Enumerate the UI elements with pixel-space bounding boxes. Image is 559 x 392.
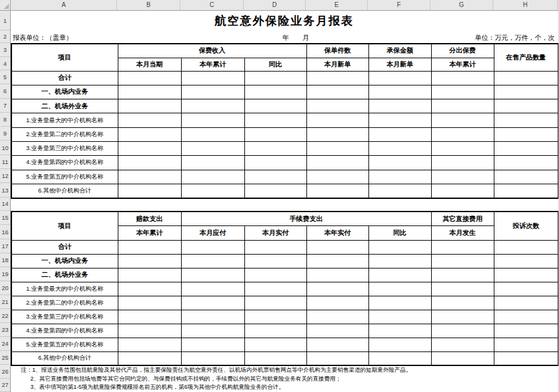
- row-header-7[interactable]: 7: [0, 99, 10, 113]
- cell[interactable]: [181, 85, 244, 99]
- cell[interactable]: [244, 113, 306, 127]
- cell[interactable]: [431, 85, 494, 99]
- cell[interactable]: [368, 310, 431, 324]
- cell[interactable]: [431, 99, 494, 113]
- row-header-11[interactable]: 11: [0, 155, 10, 169]
- cell[interactable]: [181, 170, 244, 184]
- cell[interactable]: [368, 240, 431, 254]
- t2-row-agency1-label[interactable]: 1.业务量最大的中介机构名称: [11, 282, 118, 296]
- cell[interactable]: [368, 71, 431, 85]
- cell[interactable]: [306, 170, 368, 184]
- cell[interactable]: [118, 240, 181, 254]
- t1-row-agency4-label[interactable]: 4.业务量第四的中介机构名称: [11, 156, 118, 170]
- cell[interactable]: [181, 310, 244, 324]
- row-header-24[interactable]: 24: [0, 337, 10, 351]
- t2-header-other-direct[interactable]: 其它直接费用: [431, 212, 494, 226]
- cell[interactable]: [431, 127, 494, 141]
- cell[interactable]: [431, 310, 494, 324]
- t2-subheader-comm-paid-year[interactable]: 本年实付: [306, 226, 368, 241]
- cell[interactable]: [431, 282, 494, 296]
- cell[interactable]: [306, 351, 368, 365]
- t1-header-item[interactable]: 项目: [11, 44, 118, 71]
- t2-row-agency5-label[interactable]: 5.业务量第五的中介机构名称: [11, 338, 118, 351]
- cell[interactable]: [244, 268, 306, 282]
- report-unit-label[interactable]: 报表单位：（盖章）: [13, 30, 73, 43]
- row-header-15[interactable]: 15: [0, 211, 10, 225]
- cell[interactable]: [118, 170, 181, 184]
- cell[interactable]: [306, 85, 368, 99]
- cell[interactable]: [306, 296, 368, 310]
- cell[interactable]: [118, 254, 181, 268]
- cell[interactable]: [494, 351, 558, 365]
- cell[interactable]: [244, 254, 306, 268]
- row-header-17[interactable]: 17: [0, 239, 10, 253]
- cell[interactable]: [244, 99, 306, 113]
- cell[interactable]: [494, 156, 558, 170]
- cell[interactable]: [244, 184, 306, 198]
- t2-row-agency2-label[interactable]: 2.业务量第二的中介机构名称: [11, 296, 118, 310]
- row-header-9[interactable]: 9: [0, 127, 10, 141]
- t2-subheader-comm-yoy[interactable]: 同比: [368, 226, 431, 241]
- cell[interactable]: [431, 254, 494, 268]
- t1-row-agency2-label[interactable]: 2.业务量第二的中介机构名称: [11, 127, 118, 141]
- cell[interactable]: [181, 156, 244, 170]
- cell[interactable]: [244, 127, 306, 141]
- cell[interactable]: [431, 240, 494, 254]
- cell[interactable]: [118, 141, 181, 155]
- cell[interactable]: [368, 113, 431, 127]
- row-header-18[interactable]: 18: [0, 253, 10, 267]
- t1-header-insured-amount[interactable]: 承保金额: [368, 44, 431, 58]
- cell[interactable]: [306, 113, 368, 127]
- t1-row-other-agencies-label[interactable]: 6.其他中介机构合计: [11, 184, 118, 198]
- column-header-a[interactable]: A: [11, 0, 117, 10]
- cell[interactable]: [306, 282, 368, 296]
- cell[interactable]: [368, 296, 431, 310]
- cell[interactable]: [494, 282, 558, 296]
- row-header-27[interactable]: 27: [0, 379, 10, 392]
- cell[interactable]: [118, 127, 181, 141]
- t1-subheader-policy-new[interactable]: 本月新单: [306, 58, 368, 71]
- cell[interactable]: [368, 351, 431, 365]
- t2-row-in-airport-label[interactable]: 一、机场内业务: [11, 254, 118, 268]
- cell[interactable]: [368, 99, 431, 113]
- t1-header-policy-count[interactable]: 保单件数: [306, 44, 368, 58]
- cell[interactable]: [306, 71, 368, 85]
- cell[interactable]: [181, 127, 244, 141]
- cell[interactable]: [306, 240, 368, 254]
- cell[interactable]: [118, 71, 181, 85]
- cell[interactable]: [494, 127, 558, 141]
- cell[interactable]: [306, 99, 368, 113]
- cell[interactable]: [494, 310, 558, 324]
- cell[interactable]: [431, 268, 494, 282]
- cell[interactable]: [306, 184, 368, 198]
- column-header-f[interactable]: F: [368, 0, 430, 10]
- cell[interactable]: [244, 351, 306, 365]
- t2-subheader-other-month[interactable]: 本月发生: [431, 226, 494, 241]
- select-all-corner[interactable]: [0, 0, 11, 10]
- row-header-1[interactable]: 1: [0, 11, 10, 30]
- t2-row-agency4-label[interactable]: 4.业务量第四的中介机构名称: [11, 324, 118, 338]
- cell[interactable]: [118, 85, 181, 99]
- row-header-2[interactable]: 2: [0, 30, 10, 43]
- t2-header-item[interactable]: 项目: [11, 212, 118, 240]
- cell[interactable]: [306, 156, 368, 170]
- measure-unit-label[interactable]: 单位：万元，万件，个，次: [475, 30, 555, 43]
- cell[interactable]: [118, 324, 181, 338]
- cell[interactable]: [431, 351, 494, 365]
- cell[interactable]: [118, 156, 181, 170]
- cell[interactable]: [494, 268, 558, 282]
- t1-subheader-ceded-year-total[interactable]: 本年累计: [431, 58, 494, 71]
- cell[interactable]: [494, 296, 558, 310]
- cell[interactable]: [118, 296, 181, 310]
- cell[interactable]: [118, 268, 181, 282]
- row-header-25[interactable]: 25: [0, 351, 10, 365]
- cell[interactable]: [431, 141, 494, 155]
- cell[interactable]: [368, 338, 431, 351]
- cell[interactable]: [368, 127, 431, 141]
- t1-subheader-insured-new[interactable]: 本月新单: [368, 58, 431, 71]
- cell[interactable]: [494, 71, 558, 85]
- row-header-13[interactable]: 13: [0, 183, 10, 197]
- t1-row-agency5-label[interactable]: 5.业务量第五的中介机构名称: [11, 170, 118, 184]
- cell[interactable]: [181, 296, 244, 310]
- row-header-22[interactable]: 22: [0, 309, 10, 323]
